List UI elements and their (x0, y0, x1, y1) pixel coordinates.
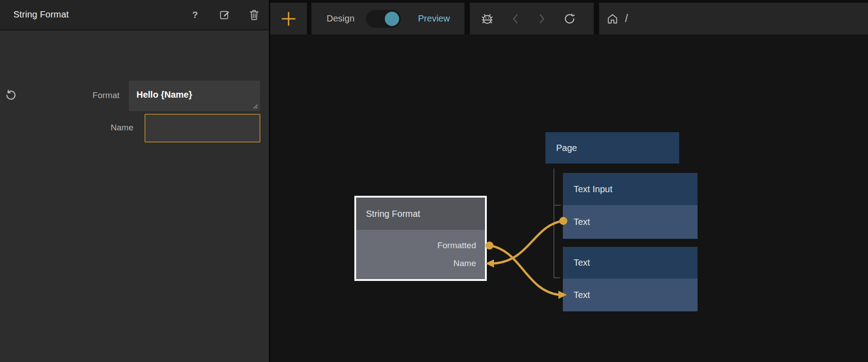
design-mode-label[interactable]: Design (327, 13, 354, 24)
node-title: Text (563, 247, 698, 279)
node-ports: Formatted Name (356, 230, 485, 279)
add-node-button[interactable] (281, 11, 296, 26)
edit-button[interactable] (219, 9, 230, 21)
node-page[interactable]: Page (545, 132, 679, 164)
node-title: Text Input (563, 173, 698, 205)
wire-textinput-to-name[interactable] (494, 221, 563, 263)
node-title: String Format (356, 198, 485, 230)
port-text-input[interactable]: Text (563, 279, 698, 311)
toolbar-mode-section: Design Preview (311, 3, 464, 34)
panel-body: Format Hello {Name} Name (0, 30, 269, 361)
refresh-button[interactable] (563, 13, 576, 25)
port-formatted-output[interactable]: Formatted (437, 241, 476, 250)
format-input[interactable]: Hello {Name} (129, 81, 260, 111)
route-path[interactable]: / (625, 13, 628, 25)
port-text-output[interactable]: Text (563, 205, 698, 239)
home-icon (606, 13, 619, 25)
forward-button[interactable] (537, 13, 547, 25)
chevron-left-icon (511, 13, 520, 25)
reset-button[interactable] (4, 88, 18, 102)
plus-icon (281, 11, 296, 26)
home-button[interactable] (606, 13, 619, 25)
properties-panel: String Format ? (0, 0, 269, 362)
question-icon: ? (192, 9, 198, 20)
debug-button[interactable] (481, 12, 494, 26)
panel-actions: ? (189, 9, 260, 21)
undo-icon (5, 89, 17, 101)
node-string-format-selected[interactable]: String Format Formatted Name (354, 196, 487, 281)
panel-title: String Format (13, 9, 69, 20)
node-text-input[interactable]: Text Input Text (563, 173, 698, 239)
port-name-input[interactable]: Name (453, 259, 476, 268)
format-label: Format (45, 90, 119, 100)
wire-formatted-to-text[interactable] (489, 246, 559, 295)
toolbar-path-section: / (599, 3, 868, 34)
toolbar-add-section (270, 3, 307, 34)
name-label: Name (62, 123, 133, 133)
node-title: Page (545, 132, 679, 164)
hierarchy-line (554, 168, 561, 278)
panel-header: String Format ? (0, 0, 269, 30)
topbar: Design Preview (270, 0, 868, 34)
bug-icon (481, 12, 494, 26)
chevron-right-icon (537, 13, 547, 25)
pencil-square-icon (219, 9, 230, 21)
refresh-icon (563, 13, 576, 25)
help-button[interactable]: ? (189, 9, 201, 21)
trash-icon (249, 9, 260, 21)
back-button[interactable] (511, 13, 520, 25)
name-input[interactable] (145, 114, 260, 142)
design-preview-toggle[interactable] (366, 10, 401, 28)
toolbar-nav-section (470, 3, 594, 34)
delete-button[interactable] (248, 9, 260, 21)
node-canvas[interactable]: Page Text Input Text Text Text String Fo… (270, 34, 868, 362)
toggle-knob (385, 12, 399, 26)
preview-mode-label[interactable]: Preview (418, 13, 450, 24)
node-text[interactable]: Text Text (563, 247, 698, 311)
app-window: String Format ? (0, 0, 868, 362)
